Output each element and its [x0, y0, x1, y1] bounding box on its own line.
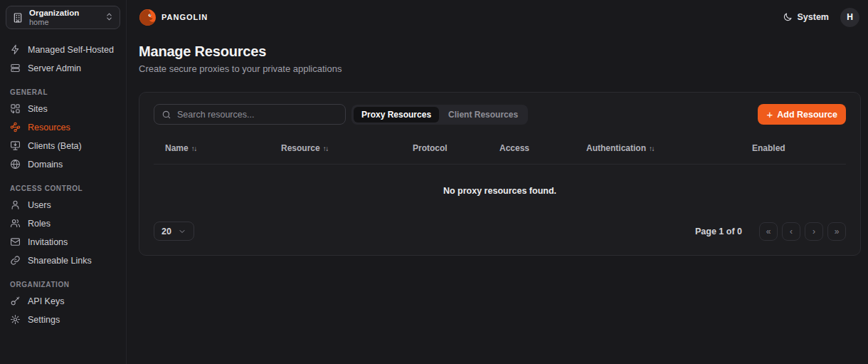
resources-toolbar: Proxy Resources Client Resources + Add R… — [154, 104, 846, 125]
add-resource-button[interactable]: + Add Resource — [758, 104, 846, 125]
moon-icon — [783, 12, 793, 22]
resources-card: Proxy Resources Client Resources + Add R… — [139, 92, 861, 256]
sidebar-item-label: Users — [28, 200, 51, 210]
sidebar-item-sites[interactable]: Sites — [6, 100, 120, 118]
globe-icon — [10, 159, 21, 170]
link-icon — [10, 255, 21, 266]
sidebar-item-resources[interactable]: Resources — [6, 118, 120, 136]
plus-icon: + — [766, 109, 773, 120]
page-size-value: 20 — [162, 227, 171, 236]
theme-label: System — [798, 12, 829, 22]
brand-name: PANGOLIN — [162, 13, 208, 21]
chevron-down-icon — [178, 227, 186, 236]
sidebar-item-label: Settings — [28, 315, 60, 325]
sidebar-top-group: Managed Self-Hosted Server Admin — [6, 41, 120, 77]
add-resource-label: Add Resource — [777, 110, 837, 120]
theme-toggle[interactable]: System — [783, 12, 829, 22]
last-page-button[interactable]: » — [827, 222, 846, 241]
waypoints-icon — [10, 122, 21, 132]
user-avatar[interactable]: H — [840, 8, 859, 27]
column-header-enabled: Enabled — [752, 143, 835, 153]
organization-title: Organization — [29, 9, 99, 18]
tab-client-resources[interactable]: Client Resources — [440, 107, 526, 123]
sort-icon: ↑↓ — [649, 145, 654, 152]
column-header-resource[interactable]: Resource ↑↓ — [281, 143, 413, 153]
next-page-button[interactable]: › — [805, 222, 823, 241]
sidebar-item-label: Clients (Beta) — [28, 141, 82, 151]
sidebar-item-label: Shareable Links — [28, 256, 92, 266]
column-header-protocol: Protocol — [413, 143, 499, 153]
sidebar-item-label: Roles — [28, 219, 51, 229]
sidebar-item-label: Resources — [28, 123, 70, 132]
column-header-authentication[interactable]: Authentication ↑↓ — [586, 143, 752, 153]
building-icon — [12, 12, 23, 24]
brand[interactable]: PANGOLIN — [139, 9, 208, 26]
page-header: Manage Resources Create secure proxies t… — [127, 34, 868, 74]
search-input[interactable] — [177, 110, 338, 120]
sidebar-item-label: Domains — [28, 160, 63, 170]
page-status: Page 1 of 0 — [695, 227, 742, 236]
sidebar-item-clients[interactable]: Clients (Beta) — [6, 137, 120, 155]
pangolin-logo-icon — [139, 9, 157, 26]
server-icon — [10, 63, 21, 73]
organization-selector[interactable]: Organization home — [6, 6, 120, 29]
page-title: Manage Resources — [139, 43, 854, 60]
empty-state-message: No proxy resources found. — [154, 165, 846, 222]
top-bar: PANGOLIN System H — [127, 0, 868, 34]
page-subtitle: Create secure proxies to your private ap… — [139, 63, 854, 74]
main-content: PANGOLIN System H Manage Resources Creat… — [127, 0, 868, 364]
table-header-row: Name ↑↓ Resource ↑↓ Protocol Access Auth… — [154, 125, 846, 165]
app-window: Organization home Managed Self-Hosted Se… — [0, 0, 868, 364]
sidebar-item-shareable-links[interactable]: Shareable Links — [6, 251, 120, 269]
search-box — [154, 104, 346, 125]
sidebar-item-label: Server Admin — [28, 63, 81, 73]
page-size-select[interactable]: 20 — [154, 222, 194, 241]
sort-icon: ↑↓ — [191, 145, 196, 152]
resource-type-tabs: Proxy Resources Client Resources — [351, 105, 528, 125]
user-icon — [10, 199, 21, 210]
top-right-group: System H — [783, 8, 859, 27]
column-header-access: Access — [499, 143, 586, 153]
chevrons-up-down-icon — [105, 12, 114, 24]
sidebar-section-access-control: ACCESS CONTROL — [10, 184, 116, 192]
sidebar: Organization home Managed Self-Hosted Se… — [0, 0, 127, 364]
sidebar-item-label: Managed Self-Hosted — [28, 45, 114, 55]
tab-proxy-resources[interactable]: Proxy Resources — [354, 107, 439, 123]
monitor-icon — [10, 140, 21, 151]
sidebar-item-invitations[interactable]: Invitations — [6, 233, 120, 251]
mail-icon — [10, 236, 21, 247]
sidebar-item-label: API Keys — [28, 296, 64, 306]
key-icon — [10, 296, 21, 306]
search-icon — [162, 110, 171, 120]
sidebar-item-roles[interactable]: Roles — [6, 214, 120, 232]
sort-icon: ↑↓ — [323, 145, 328, 152]
sidebar-section-general: GENERAL — [10, 88, 116, 96]
sidebar-item-domains[interactable]: Domains — [6, 155, 120, 173]
sidebar-item-label: Invitations — [28, 237, 68, 247]
sidebar-section-organization: ORGANIZATION — [10, 281, 116, 288]
sidebar-item-settings[interactable]: Settings — [6, 311, 120, 328]
sidebar-item-label: Sites — [28, 104, 48, 114]
organization-text: Organization home — [29, 9, 99, 27]
organization-name: home — [29, 18, 99, 27]
sidebar-item-users[interactable]: Users — [6, 196, 120, 214]
zap-icon — [10, 44, 21, 55]
first-page-button[interactable]: « — [759, 222, 778, 241]
combine-icon — [10, 103, 21, 114]
sidebar-item-server-admin[interactable]: Server Admin — [6, 59, 120, 77]
sidebar-item-api-keys[interactable]: API Keys — [6, 292, 120, 310]
column-header-name[interactable]: Name ↑↓ — [165, 143, 281, 153]
table-footer: 20 Page 1 of 0 « ‹ › » — [154, 222, 846, 241]
sidebar-item-managed-self-hosted[interactable]: Managed Self-Hosted — [6, 41, 120, 58]
users-icon — [10, 218, 21, 229]
pagination-controls: Page 1 of 0 « ‹ › » — [695, 222, 846, 241]
gear-icon — [10, 314, 21, 325]
previous-page-button[interactable]: ‹ — [782, 222, 800, 241]
